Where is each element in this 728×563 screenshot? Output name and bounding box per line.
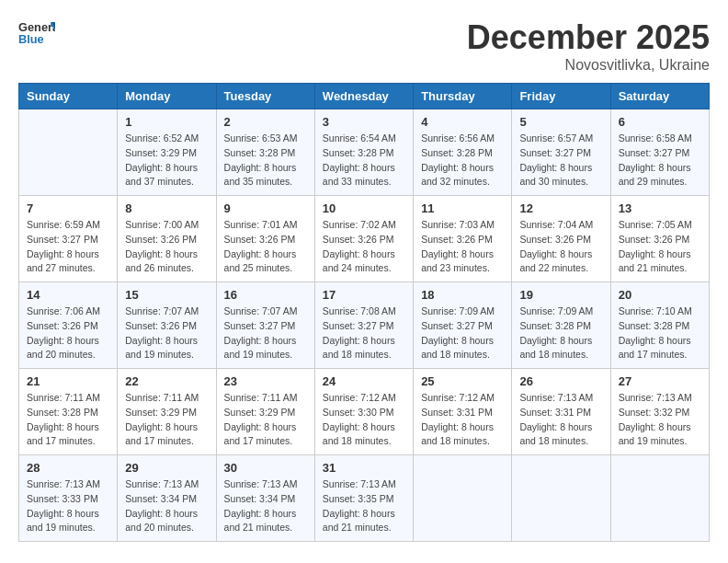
day-info-line: Sunrise: 7:13 AM [323, 478, 396, 489]
day-info: Sunrise: 7:06 AMSunset: 3:26 PMDaylight:… [27, 304, 109, 362]
day-number: 26 [519, 374, 602, 388]
day-info-line: Sunset: 3:27 PM [323, 320, 394, 331]
day-info-line: Sunset: 3:27 PM [619, 147, 690, 158]
day-number: 17 [323, 288, 405, 302]
calendar-cell: 8Sunrise: 7:00 AMSunset: 3:26 PMDaylight… [118, 196, 216, 282]
day-info-line: and 19 minutes. [224, 349, 293, 360]
day-info-line: Daylight: 8 hours [519, 162, 592, 173]
logo-icon: General Blue [18, 18, 55, 48]
day-info-line: Sunrise: 7:11 AM [125, 392, 199, 403]
day-info-line: Sunrise: 6:54 AM [323, 132, 396, 144]
day-info-line: Sunset: 3:32 PM [619, 407, 690, 418]
calendar-cell: 31Sunrise: 7:13 AMSunset: 3:35 PMDayligh… [314, 455, 413, 542]
day-info-line: Daylight: 8 hours [619, 335, 691, 346]
day-info: Sunrise: 6:57 AMSunset: 3:27 PMDaylight:… [519, 132, 602, 190]
calendar-cell: 22Sunrise: 7:11 AMSunset: 3:29 PMDayligh… [118, 369, 216, 455]
day-info-line: Sunrise: 7:05 AM [619, 219, 692, 230]
day-number: 22 [125, 374, 208, 388]
day-info: Sunrise: 7:11 AMSunset: 3:28 PMDaylight:… [27, 391, 109, 449]
day-number: 4 [421, 115, 504, 129]
day-info-line: Sunset: 3:28 PM [323, 147, 394, 158]
week-row-3: 14Sunrise: 7:06 AMSunset: 3:26 PMDayligh… [19, 282, 710, 369]
day-info-line: Sunset: 3:28 PM [519, 320, 591, 331]
day-number: 23 [224, 374, 307, 388]
day-number: 1 [125, 115, 208, 129]
svg-text:Blue: Blue [18, 32, 44, 46]
day-info-line: Sunrise: 7:01 AM [224, 219, 298, 230]
calendar-cell: 10Sunrise: 7:02 AMSunset: 3:26 PMDayligh… [314, 196, 413, 282]
day-info-line: Sunrise: 7:13 AM [519, 392, 593, 403]
day-info: Sunrise: 6:58 AMSunset: 3:27 PMDaylight:… [619, 132, 701, 190]
calendar-cell: 15Sunrise: 7:07 AMSunset: 3:26 PMDayligh… [118, 282, 216, 369]
day-info: Sunrise: 7:13 AMSunset: 3:34 PMDaylight:… [125, 477, 208, 535]
calendar-cell: 20Sunrise: 7:10 AMSunset: 3:28 PMDayligh… [610, 282, 709, 369]
day-info-line: Daylight: 8 hours [224, 508, 297, 519]
calendar-cell: 27Sunrise: 7:13 AMSunset: 3:32 PMDayligh… [610, 369, 709, 455]
day-info-line: Daylight: 8 hours [323, 335, 395, 346]
day-info-line: Sunset: 3:28 PM [619, 320, 690, 331]
day-info: Sunrise: 7:11 AMSunset: 3:29 PMDaylight:… [224, 391, 307, 449]
day-info-line: and 37 minutes. [125, 176, 194, 187]
calendar-cell: 30Sunrise: 7:13 AMSunset: 3:34 PMDayligh… [216, 455, 314, 542]
calendar-cell: 9Sunrise: 7:01 AMSunset: 3:26 PMDaylight… [216, 196, 314, 282]
day-number: 19 [519, 288, 602, 302]
day-info-line: and 21 minutes. [323, 522, 392, 533]
day-number: 21 [27, 374, 109, 388]
day-info-line: and 18 minutes. [421, 349, 490, 360]
day-info: Sunrise: 7:09 AMSunset: 3:27 PMDaylight:… [421, 304, 504, 362]
day-info-line: Sunrise: 7:06 AM [27, 305, 100, 316]
day-number: 18 [421, 288, 504, 302]
day-info-line: Sunrise: 6:59 AM [27, 219, 100, 230]
day-info-line: Sunset: 3:28 PM [421, 147, 493, 158]
day-info-line: Daylight: 8 hours [421, 421, 494, 432]
location-subtitle: Novosvitlivka, Ukraine [467, 57, 710, 74]
day-info-line: and 27 minutes. [27, 262, 96, 273]
day-info-line: Sunset: 3:34 PM [125, 493, 197, 504]
day-info: Sunrise: 7:11 AMSunset: 3:29 PMDaylight:… [125, 391, 208, 449]
day-info-line: Daylight: 8 hours [27, 421, 99, 432]
day-info-line: and 29 minutes. [619, 176, 688, 187]
day-number: 8 [125, 201, 208, 215]
day-info-line: and 30 minutes. [519, 176, 588, 187]
day-info: Sunrise: 6:53 AMSunset: 3:28 PMDaylight:… [224, 132, 307, 190]
day-info-line: Sunrise: 7:04 AM [519, 219, 593, 230]
day-info-line: and 17 minutes. [27, 435, 96, 446]
day-number: 7 [27, 201, 109, 215]
day-info-line: Sunset: 3:30 PM [323, 407, 394, 418]
day-info-line: Sunset: 3:26 PM [421, 234, 493, 245]
calendar-cell: 16Sunrise: 7:07 AMSunset: 3:27 PMDayligh… [216, 282, 314, 369]
day-number: 12 [519, 201, 602, 215]
calendar-cell: 5Sunrise: 6:57 AMSunset: 3:27 PMDaylight… [512, 109, 610, 196]
weekday-header-tuesday: Tuesday [216, 84, 314, 109]
calendar-cell: 12Sunrise: 7:04 AMSunset: 3:26 PMDayligh… [512, 196, 610, 282]
day-info-line: Sunset: 3:29 PM [224, 407, 296, 418]
day-info-line: Sunset: 3:27 PM [421, 320, 493, 331]
day-number: 20 [619, 288, 701, 302]
day-info-line: Sunrise: 7:09 AM [519, 305, 593, 316]
day-number: 24 [323, 374, 405, 388]
day-info-line: and 20 minutes. [125, 522, 194, 533]
day-info-line: Sunrise: 7:09 AM [421, 305, 495, 316]
calendar-cell: 29Sunrise: 7:13 AMSunset: 3:34 PMDayligh… [118, 455, 216, 542]
calendar-cell: 17Sunrise: 7:08 AMSunset: 3:27 PMDayligh… [314, 282, 413, 369]
day-info-line: Daylight: 8 hours [421, 162, 494, 173]
title-block: December 2025 Novosvitlivka, Ukraine [467, 18, 710, 74]
weekday-header-monday: Monday [118, 84, 216, 109]
day-info-line: Daylight: 8 hours [125, 421, 198, 432]
weekday-header-row: SundayMondayTuesdayWednesdayThursdayFrid… [19, 84, 710, 109]
calendar-cell: 18Sunrise: 7:09 AMSunset: 3:27 PMDayligh… [414, 282, 512, 369]
day-info-line: and 22 minutes. [519, 262, 588, 273]
day-info-line: Sunrise: 6:56 AM [421, 132, 495, 144]
day-info-line: Sunrise: 6:58 AM [619, 132, 692, 144]
day-info-line: Daylight: 8 hours [323, 421, 395, 432]
calendar-cell [414, 455, 512, 542]
day-info: Sunrise: 7:05 AMSunset: 3:26 PMDaylight:… [619, 218, 701, 276]
calendar-table: SundayMondayTuesdayWednesdayThursdayFrid… [18, 83, 710, 542]
day-info-line: Sunset: 3:29 PM [125, 147, 197, 158]
day-info-line: Daylight: 8 hours [519, 421, 592, 432]
day-info: Sunrise: 7:09 AMSunset: 3:28 PMDaylight:… [519, 304, 602, 362]
day-info-line: and 17 minutes. [224, 435, 293, 446]
day-info-line: and 20 minutes. [27, 349, 96, 360]
calendar-cell: 26Sunrise: 7:13 AMSunset: 3:31 PMDayligh… [512, 369, 610, 455]
day-info-line: and 19 minutes. [125, 349, 194, 360]
